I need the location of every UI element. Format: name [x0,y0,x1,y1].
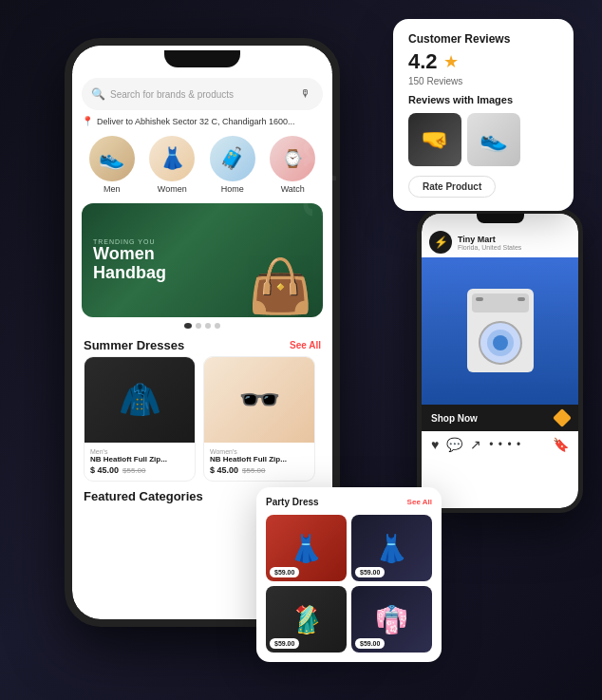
product-image-2: 🕶️ [204,357,314,443]
party-price-1: $59.00 [270,567,299,577]
product-info-1: Men's NB Heatloft Full Zip... $ 45.00 $5… [85,443,195,481]
svg-rect-6 [517,297,525,301]
category-home[interactable]: 🧳 Home [210,136,255,194]
sp-comment-icon[interactable]: 💬 [446,437,462,452]
product-price-2: $ 45.00 [210,465,238,475]
dot-3 [205,323,211,329]
banner-dots [72,323,332,329]
summer-dresses-header: Summer Dresses See All [72,332,332,356]
category-women-label: Women [158,184,187,194]
mic-icon[interactable]: 🎙 [300,87,313,101]
summer-dresses-title: Summer Dresses [84,338,184,352]
party-item-1[interactable]: 👗 $59.00 [266,515,347,581]
rate-product-button[interactable]: Rate Product [408,176,496,198]
delivery-bar: 📍 Deliver to Abhishek Sector 32 C, Chand… [82,116,323,126]
products-row: 🧥 Men's NB Heatloft Full Zip... $ 45.00 … [72,356,332,482]
sp-share-icon[interactable]: ↗ [470,437,481,452]
party-card-title: Party Dress [266,497,319,507]
party-item-4[interactable]: 👘 $59.00 [351,586,432,653]
search-input[interactable]: Search for brands & products [110,89,294,100]
reviews-card: Customer Reviews 4.2 ★ 150 Reviews Revie… [393,19,574,211]
product-card-2[interactable]: 🕶️ Women's NB Heatloft Full Zip... $ 45.… [203,356,315,482]
svg-rect-5 [476,297,483,301]
party-header: Party Dress See All [266,497,432,507]
sp-diamond-icon [553,408,572,427]
location-icon: 📍 [82,116,93,126]
rating-row: 4.2 ★ [408,49,558,74]
party-price-3: $59.00 [270,638,299,649]
svg-rect-1 [472,293,529,312]
reviews-with-images-label: Reviews with Images [408,94,558,105]
sp-actions-bar: ♥ 💬 ↗ • • • • 🔖 [422,431,578,458]
party-grid: 👗 $59.00 👗 $59.00 🥻 $59.00 👘 $59.00 [266,515,432,653]
sp-notch [477,214,524,223]
sp-heart-icon[interactable]: ♥ [431,437,439,452]
party-item-2[interactable]: 👗 $59.00 [351,515,432,581]
notch [164,50,240,67]
review-image-2: 👟 [467,113,520,166]
review-images-row: 🤜 👟 [408,113,558,166]
sp-store-name: Tiny Mart [458,235,571,244]
banner-text: Trending You Women Handbag [93,238,311,283]
product-name-2: NB Heatloft Full Zip... [210,455,309,464]
product-original-price-2: $55.00 [242,466,265,475]
reviews-count: 150 Reviews [408,76,558,86]
product-info-2: Women's NB Heatloft Full Zip... $ 45.00 … [204,443,314,481]
product-image-1: 🧥 [85,357,195,443]
category-home-label: Home [221,184,244,194]
category-men-label: Men [103,184,121,194]
reviews-card-title: Customer Reviews [408,32,558,46]
party-item-3[interactable]: 🥻 $59.00 [266,586,347,653]
product-name-1: NB Heatloft Full Zip... [90,455,189,464]
star-icon: ★ [443,51,459,72]
banner-title: Women Handbag [93,245,311,283]
sp-bookmark-icon[interactable]: 🔖 [553,437,569,452]
category-watch[interactable]: ⌚ Watch [270,136,315,194]
small-phone-screen: ⚡ Tiny Mart Florida, United States Shop … [422,214,578,508]
category-men-icon: 👟 [89,136,135,181]
sp-status-bar [422,214,578,227]
rating-number: 4.2 [408,49,438,74]
summer-dresses-see-all[interactable]: See All [290,340,321,350]
delivery-text: Deliver to Abhishek Sector 32 C, Chandig… [97,117,295,126]
search-icon: 🔍 [91,87,104,101]
product-price-row-1: $ 45.00 $55.00 [90,465,189,475]
product-category-2: Women's [210,448,309,455]
party-card-see-all[interactable]: See All [407,498,432,506]
svg-point-4 [493,335,508,350]
category-home-icon: 🧳 [210,136,255,181]
dot-2 [196,323,201,329]
product-category-1: Men's [90,448,189,455]
banner[interactable]: Trending You Women Handbag 👜 [82,203,323,317]
product-original-price-1: $55.00 [122,466,145,475]
category-men[interactable]: 👟 Men [89,136,135,194]
categories-row: 👟 Men 👗 Women 🧳 Home ⌚ Watch [72,128,332,198]
category-women[interactable]: 👗 Women [149,136,195,194]
dot-4 [215,323,220,329]
sp-shop-now-bar: Shop Now [422,405,578,431]
sp-more-icon[interactable]: • • • • [489,438,545,451]
product-price-1: $ 45.00 [90,465,119,475]
search-bar[interactable]: 🔍 Search for brands & products 🎙 [82,78,323,110]
sp-product-image [422,257,578,405]
category-watch-icon: ⌚ [270,136,315,181]
sp-store-info: Tiny Mart Florida, United States [458,235,571,251]
party-price-2: $59.00 [355,567,385,577]
category-women-icon: 👗 [149,136,195,181]
sp-shop-now-text: Shop Now [431,413,478,424]
sp-store-location: Florida, United States [458,244,571,251]
party-card: Party Dress See All 👗 $59.00 👗 $59.00 🥻 … [256,487,442,662]
status-bar [72,46,332,72]
sp-store-logo: ⚡ [429,231,452,254]
sp-header: ⚡ Tiny Mart Florida, United States [422,227,578,257]
category-watch-label: Watch [281,184,305,194]
product-price-row-2: $ 45.00 $55.00 [210,465,309,475]
review-image-1: 🤜 [408,113,461,166]
small-phone: ⚡ Tiny Mart Florida, United States Shop … [417,209,583,513]
product-card-1[interactable]: 🧥 Men's NB Heatloft Full Zip... $ 45.00 … [84,356,196,482]
party-price-4: $59.00 [355,638,385,649]
dot-1 [184,323,192,329]
